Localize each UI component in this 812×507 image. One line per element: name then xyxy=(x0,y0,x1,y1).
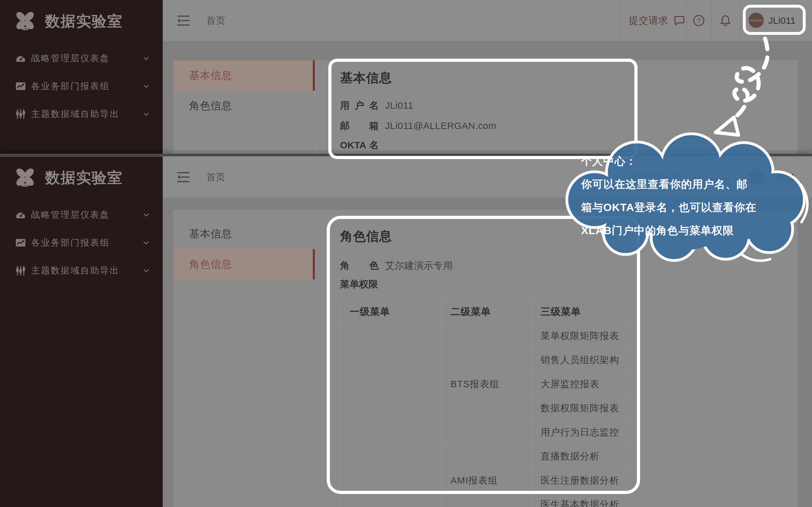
sidebar-item[interactable]: 各业务部门报表组 xyxy=(0,229,163,257)
submit-request-button[interactable]: 提交请求 xyxy=(629,0,685,41)
level3-cell: 医生基本数据分析 xyxy=(531,493,627,507)
chat-bubble-icon xyxy=(674,15,685,26)
gauge-icon xyxy=(15,210,26,220)
svg-text:LAB: LAB xyxy=(23,184,27,186)
xlab-logo-icon: LAB xyxy=(14,167,36,189)
menu-fold-icon[interactable] xyxy=(177,171,190,183)
tab-basic-info[interactable]: 基本信息 xyxy=(173,60,315,91)
tab-basic-info[interactable]: 基本信息 xyxy=(173,219,315,249)
tab-role-info[interactable]: 角色信息 xyxy=(173,91,315,121)
cloud-callout-text: 个人中心： 你可以在这里查看你的用户名、邮 箱与OKTA登录名，也可以查看你在 … xyxy=(581,150,757,242)
breadcrumb-home[interactable]: 首页 xyxy=(206,157,225,198)
sidebar-item[interactable]: 主题数据域自助导出 xyxy=(0,100,163,128)
sidebar-item[interactable]: 各业务部门报表组 xyxy=(0,72,163,100)
chart-icon xyxy=(15,81,26,92)
hand-drawn-arrow xyxy=(698,32,812,146)
chevron-down-icon xyxy=(142,82,150,90)
menu-fold-icon[interactable] xyxy=(177,14,190,26)
highlight-avatar-box xyxy=(743,5,806,35)
chevron-down-icon xyxy=(142,239,150,247)
chevron-down-icon xyxy=(142,110,150,118)
tab-role-info[interactable]: 角色信息 xyxy=(173,249,315,279)
chevron-down-icon xyxy=(142,211,150,219)
chevron-down-icon xyxy=(142,267,150,275)
cloud-title: 个人中心： xyxy=(581,150,757,173)
export-icon xyxy=(15,265,26,276)
app-title: 数据实验室 xyxy=(45,168,123,188)
sidebar-item[interactable]: 战略管理层仪表盘 xyxy=(0,201,163,229)
sidebar-menu: 战略管理层仪表盘 各业务部门报表组 主题数据域自助导出 xyxy=(0,201,163,285)
sidebar: LAB 数据实验室 战略管理层仪表盘 各业务部门报表组 xyxy=(0,0,163,154)
export-icon xyxy=(15,109,26,119)
gauge-icon xyxy=(15,53,26,64)
chevron-down-icon xyxy=(142,54,150,62)
app-title: 数据实验室 xyxy=(45,11,123,32)
svg-text:?: ? xyxy=(697,17,700,24)
svg-text:LAB: LAB xyxy=(23,28,27,30)
breadcrumb-home[interactable]: 首页 xyxy=(206,0,225,41)
xlab-logo-icon: LAB xyxy=(14,10,36,32)
sidebar-menu: 战略管理层仪表盘 各业务部门报表组 主题数据域自助导出 xyxy=(0,44,163,128)
chart-icon xyxy=(15,237,26,248)
sidebar: LAB 数据实验室 战略管理层仪表盘 各业务部门报表组 xyxy=(0,157,163,507)
sidebar-item[interactable]: 战略管理层仪表盘 xyxy=(0,44,163,72)
sidebar-item[interactable]: 主题数据域自助导出 xyxy=(0,257,163,285)
